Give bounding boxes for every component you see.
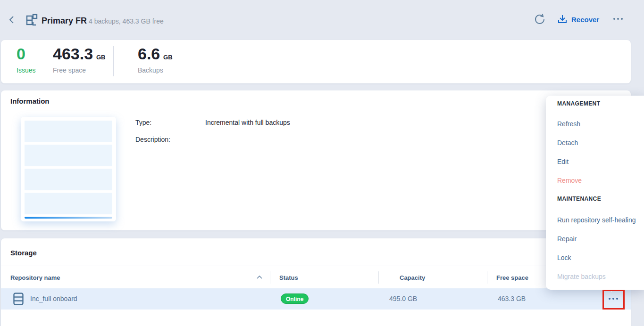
refresh-icon: [534, 13, 546, 25]
type-field-label: Type:: [135, 119, 151, 126]
page-subtitle: 4 backups, 463.3 GB free: [89, 17, 164, 25]
menu-item-migrate-backups: Migrate backups: [557, 272, 606, 281]
column-header-free-space[interactable]: Free space: [496, 274, 528, 281]
column-header-repository-name[interactable]: Repository name: [10, 274, 60, 281]
storage-card: Storage Repository name Status Capacity …: [1, 238, 631, 326]
divider: [1, 266, 631, 266]
column-header-status[interactable]: Status: [279, 274, 298, 281]
row-actions-context-menu: MANAGEMENT Refresh Detach Edit Remove MA…: [546, 96, 644, 290]
recover-label: Recover: [571, 16, 599, 24]
refresh-button[interactable]: [534, 13, 546, 25]
context-menu-pointer: [608, 288, 615, 292]
storage-heading: Storage: [10, 249, 37, 257]
status-badge: Online: [281, 293, 309, 304]
chevron-left-icon: [7, 15, 17, 25]
menu-item-detach[interactable]: Detach: [557, 138, 578, 147]
usage-bar: [25, 217, 112, 219]
column-divider: [378, 271, 379, 284]
menu-section-management: MANAGEMENT: [557, 100, 600, 107]
capacity-value: 495.0 GB: [389, 295, 417, 302]
recover-button[interactable]: Recover: [557, 13, 599, 25]
storage-drive-icon: [13, 293, 24, 305]
summary-stats-card: 0 Issues 463.3 GB Free space 6.6 GB Back…: [1, 40, 631, 83]
free-space-unit: GB: [96, 54, 106, 61]
issues-label: Issues: [17, 66, 35, 74]
type-field-value: Incremental with full backups: [205, 119, 290, 126]
column-divider: [487, 271, 487, 284]
ellipsis-icon: [609, 298, 611, 300]
information-heading: Information: [10, 97, 50, 105]
table-row[interactable]: Inc_full onboard Online 495.0 GB 463.3 G…: [1, 288, 631, 310]
menu-section-maintenance: MAINTENANCE: [557, 196, 601, 202]
stats-divider: [113, 46, 114, 76]
menu-item-run-repository-self-healing[interactable]: Run repository self-healing: [557, 215, 636, 225]
column-header-capacity[interactable]: Capacity: [400, 274, 425, 281]
row-more-actions-button[interactable]: [609, 298, 618, 300]
menu-item-repair[interactable]: Repair: [557, 234, 577, 244]
menu-item-edit[interactable]: Edit: [557, 157, 569, 166]
description-field-label: Description:: [135, 136, 170, 143]
backups-size-unit: GB: [163, 54, 173, 61]
free-space-value: 463.3 GB: [498, 295, 526, 302]
repository-icon: [25, 13, 39, 27]
backups-size-label: Backups: [138, 66, 163, 74]
menu-item-lock[interactable]: Lock: [557, 253, 571, 262]
issues-count: 0: [17, 45, 25, 63]
ellipsis-icon: [613, 18, 615, 20]
menu-item-refresh[interactable]: Refresh: [557, 119, 580, 129]
repository-illustration: [21, 117, 116, 221]
free-space-value: 463.3 GB: [53, 45, 105, 66]
back-button[interactable]: [7, 15, 17, 25]
information-card: Information Type: Incremental with full …: [1, 90, 631, 230]
backups-size-value: 6.6 GB: [138, 45, 173, 66]
page-title: Primary FR: [42, 16, 87, 26]
menu-item-remove[interactable]: Remove: [557, 176, 582, 185]
free-space-label: Free space: [53, 66, 86, 74]
repository-name: Inc_full onboard: [30, 295, 77, 302]
column-divider: [270, 271, 270, 284]
sort-ascending-icon[interactable]: [256, 275, 263, 280]
page-header: Primary FR 4 backups, 463.3 GB free Reco…: [0, 0, 644, 40]
header-more-actions-button[interactable]: [613, 18, 623, 20]
download-icon: [557, 14, 568, 24]
